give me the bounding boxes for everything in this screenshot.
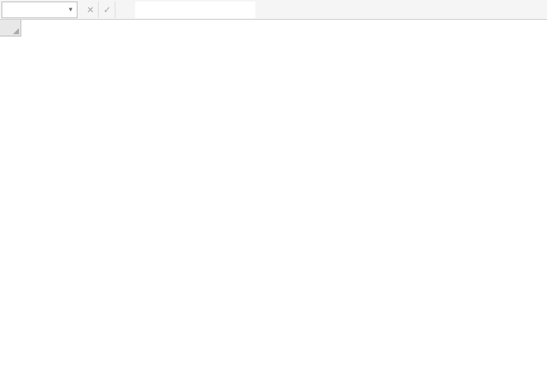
formula-input[interactable] [135,2,255,18]
spreadsheet-grid [0,20,547,392]
select-all-corner[interactable] [0,20,21,36]
cancel-formula-icon[interactable]: ✕ [82,2,99,18]
formula-bar: ✕ ✓ [82,2,255,18]
name-box-input[interactable] [5,5,68,15]
formula-bar-row: ▼ ✕ ✓ [0,0,547,20]
name-box[interactable]: ▼ [2,2,77,18]
chevron-down-icon[interactable]: ▼ [68,6,74,13]
accept-formula-icon[interactable]: ✓ [99,2,115,18]
